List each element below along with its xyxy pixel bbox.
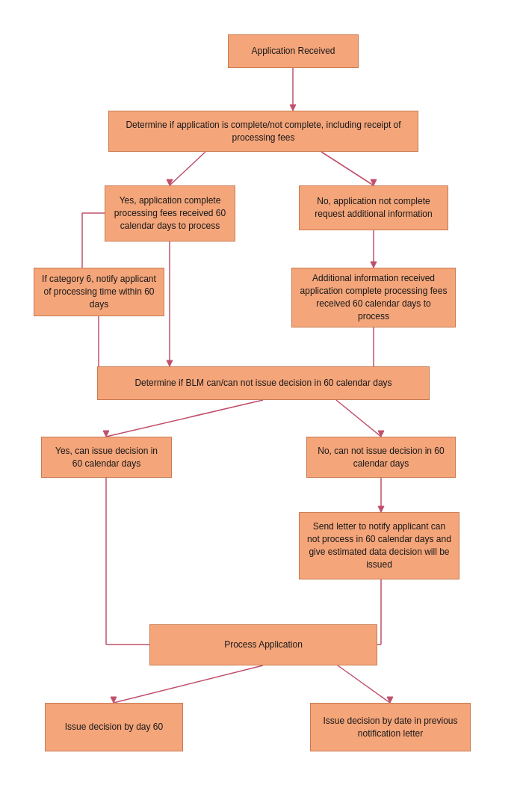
issue-letter-label: Issue decision by date in previous notif… — [318, 715, 462, 740]
determine-blm-label: Determine if BLM can/can not issue decis… — [134, 377, 392, 390]
svg-marker-21 — [103, 431, 109, 437]
svg-line-32 — [114, 665, 263, 703]
svg-marker-1 — [290, 105, 296, 111]
send-letter-label: Send letter to notify applicant can not … — [307, 520, 451, 570]
svg-line-34 — [338, 665, 390, 703]
additional-info-box: Additional information received applicat… — [291, 268, 456, 327]
process-app-label: Process Application — [224, 639, 303, 651]
category6-box: If category 6, notify applicant of proce… — [34, 268, 164, 316]
svg-line-2 — [170, 152, 205, 185]
svg-marker-3 — [167, 179, 173, 185]
determine-complete-label: Determine if application is complete/not… — [117, 119, 410, 144]
no-complete-box: No, application not complete request add… — [299, 185, 448, 230]
svg-marker-11 — [167, 360, 173, 366]
svg-line-20 — [106, 400, 263, 437]
process-app-box: Process Application — [149, 624, 377, 665]
svg-line-4 — [321, 152, 374, 185]
no-issue-box: No, can not issue decision in 60 calenda… — [306, 437, 456, 478]
yes-complete-box: Yes, application complete processing fee… — [105, 185, 235, 242]
additional-info-label: Additional information received applicat… — [300, 272, 448, 322]
category6-label: If category 6, notify applicant of proce… — [42, 273, 156, 310]
issue-day60-box: Issue decision by day 60 — [45, 703, 183, 751]
app-received-label: Application Received — [251, 45, 335, 58]
send-letter-box: Send letter to notify applicant can not … — [299, 512, 459, 579]
no-complete-label: No, application not complete request add… — [307, 195, 440, 221]
svg-marker-23 — [378, 431, 384, 437]
yes-complete-label: Yes, application complete processing fee… — [113, 194, 227, 232]
app-received-box: Application Received — [228, 34, 359, 68]
svg-line-22 — [336, 400, 381, 437]
no-issue-label: No, can not issue decision in 60 calenda… — [315, 445, 448, 470]
flowchart: Application Received Determine if applic… — [0, 0, 523, 812]
yes-issue-label: Yes, can issue decision in 60 calendar d… — [49, 445, 164, 470]
determine-blm-box: Determine if BLM can/can not issue decis… — [97, 366, 430, 400]
svg-marker-33 — [111, 697, 117, 703]
svg-marker-28 — [378, 506, 384, 512]
svg-marker-35 — [387, 697, 393, 703]
determine-complete-box: Determine if application is complete/not… — [108, 111, 418, 152]
svg-marker-16 — [371, 262, 377, 268]
svg-marker-5 — [371, 179, 377, 185]
issue-letter-box: Issue decision by date in previous notif… — [310, 703, 471, 751]
yes-issue-box: Yes, can issue decision in 60 calendar d… — [41, 437, 172, 478]
issue-day60-label: Issue decision by day 60 — [65, 721, 163, 733]
